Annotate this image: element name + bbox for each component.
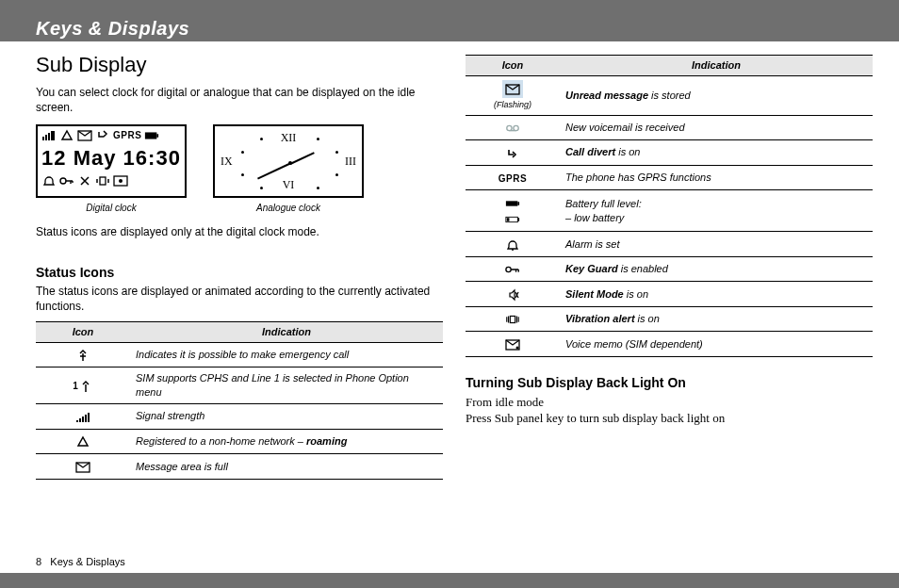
table-row: Vibration alert is on — [466, 306, 873, 332]
silent-icon — [77, 174, 92, 188]
section-heading: Sub Display — [36, 51, 443, 79]
status-icons-table-right: Icon Indication (Flashing) Unread messag… — [466, 55, 873, 357]
vibration-icon — [95, 174, 110, 188]
svg-rect-17 — [510, 317, 515, 323]
flashing-label: (Flashing) — [471, 99, 554, 110]
svg-rect-1 — [145, 133, 156, 139]
indication-text: Unread message is stored — [560, 75, 873, 115]
alarm-icon — [505, 238, 520, 252]
digital-time-text: 12 May 16:30 — [38, 144, 185, 172]
key-icon — [505, 263, 520, 276]
right-column: Icon Indication (Flashing) Unread messag… — [466, 51, 873, 565]
divert-icon — [505, 147, 520, 160]
digital-caption: Digital clock — [36, 202, 187, 215]
svg-point-6 — [119, 179, 123, 183]
step-press: Press Sub panel key to turn sub display … — [466, 410, 873, 427]
table-header-row: Icon Indication — [36, 322, 443, 343]
signal-icon — [75, 411, 90, 424]
clock-illustrations: GPRS 12 May 16:30 Digital clock — [36, 124, 443, 215]
page: Keys & Displays Sub Display You can sele… — [0, 15, 899, 573]
analogue-caption: Analogue clock — [213, 202, 364, 215]
antenna-icon — [41, 129, 57, 142]
table-row: Voice memo (SIM dependent) — [466, 332, 873, 357]
indication-text: New voicemail is received — [560, 115, 873, 140]
roaming-icon — [75, 435, 90, 449]
svg-rect-4 — [100, 177, 106, 185]
left-column: Sub Display You can select clock for dig… — [36, 51, 443, 565]
envelope-icon — [75, 461, 90, 474]
svg-rect-2 — [157, 134, 159, 138]
battery-low-icon — [505, 213, 520, 226]
voicemail-icon — [505, 122, 520, 135]
indication-text: Key Guard is enabled — [560, 256, 873, 282]
svg-rect-15 — [517, 219, 519, 222]
table-row: New voicemail is received — [466, 115, 873, 140]
table-row: Signal strength — [36, 404, 443, 430]
numeral-12: XII — [281, 130, 297, 145]
table-row: Call divert is on — [466, 140, 873, 166]
clock-hand-hour — [290, 152, 315, 165]
numeral-3: III — [345, 154, 356, 169]
indication-text: Voice memo (SIM dependent) — [560, 332, 873, 357]
page-number: 8 — [36, 556, 41, 567]
svg-rect-12 — [517, 202, 519, 205]
table-row: Key Guard is enabled — [466, 256, 873, 282]
table-row: Alarm is set — [466, 232, 873, 257]
analogue-clock: XII III VI IX — [213, 124, 364, 198]
indication-text: SIM supports CPHS and Line 1 is selected… — [130, 368, 443, 404]
antenna-icon — [75, 349, 90, 362]
roaming-icon — [59, 129, 74, 142]
svg-rect-14 — [507, 219, 510, 222]
digital-clock-wrapper: GPRS 12 May 16:30 Digital clock — [36, 124, 187, 215]
table-row: Registered to a non-home network – roami… — [36, 429, 443, 454]
battery-icon — [144, 129, 159, 142]
divert-icon — [95, 129, 110, 142]
svg-point-3 — [60, 178, 66, 184]
gprs-text-icon: GPRS — [499, 173, 527, 184]
indication-text: The phone has GPRS functions — [560, 165, 873, 190]
svg-point-16 — [506, 268, 511, 272]
footer-section: Keys & Displays — [50, 556, 124, 567]
status-icons-heading: Status Icons — [36, 264, 443, 282]
content-columns: Sub Display You can select clock for dig… — [36, 51, 873, 565]
envelope-icon — [77, 129, 92, 142]
th-icon: Icon — [36, 322, 130, 343]
svg-point-9 — [507, 125, 512, 130]
table-header-row: Icon Indication — [466, 56, 873, 76]
envelope-icon — [505, 83, 520, 96]
indication-text: Registered to a non-home network – roami… — [130, 429, 443, 454]
th-indication: Indication — [560, 56, 873, 76]
silent-icon — [505, 288, 520, 302]
svg-point-19 — [516, 347, 519, 350]
gprs-badge: GPRS — [113, 129, 141, 142]
status-note: Status icons are displayed only at the d… — [36, 224, 443, 239]
indication-text: Battery full level:– low battery — [560, 190, 873, 232]
vibration-icon — [505, 313, 520, 326]
status-icons-intro: The status icons are displayed or animat… — [36, 284, 443, 314]
numeral-9: IX — [221, 154, 233, 169]
battery-full-icon — [505, 197, 520, 210]
digital-status-icons-top: GPRS — [38, 126, 185, 142]
status-icons-table-left: Icon Indication Indicates it is possible… — [36, 321, 443, 480]
digital-clock: GPRS 12 May 16:30 — [36, 124, 187, 198]
svg-point-10 — [514, 125, 518, 130]
table-row: Battery full level:– low battery — [466, 190, 873, 232]
table-row: GPRS The phone has GPRS functions — [466, 165, 873, 190]
indication-text: Alarm is set — [560, 232, 873, 257]
indication-text: Signal strength — [130, 404, 443, 430]
analogue-clock-wrapper: XII III VI IX — [213, 124, 364, 215]
backlight-heading: Turning Sub Display Back Light On — [466, 374, 873, 392]
header-title: Keys & Displays — [36, 18, 189, 40]
indication-text: Indicates it is possible to make emergen… — [130, 342, 443, 368]
antenna-icon — [78, 380, 93, 393]
header-bar: Keys & Displays — [0, 15, 899, 41]
numeral-6: VI — [283, 177, 295, 192]
memo-icon — [505, 338, 520, 351]
step-from-idle: From idle mode — [466, 394, 873, 411]
table-row: (Flashing) Unread message is stored — [466, 75, 873, 115]
indication-text: Vibration alert is on — [560, 306, 873, 332]
indication-text: Call divert is on — [560, 140, 873, 166]
intro-text: You can select clock for digital or anal… — [36, 85, 443, 115]
th-indication: Indication — [130, 322, 443, 343]
table-row: 1 SIM supports CPHS and Line 1 is select… — [36, 368, 443, 404]
